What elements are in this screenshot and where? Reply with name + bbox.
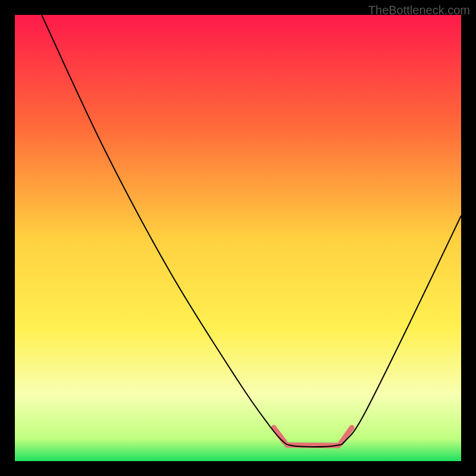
plot-area [15,15,461,461]
gradient-background [15,15,461,461]
chart-svg [15,15,461,461]
chart-container: TheBottleneck.com [0,0,476,476]
watermark-text: TheBottleneck.com [368,4,470,17]
